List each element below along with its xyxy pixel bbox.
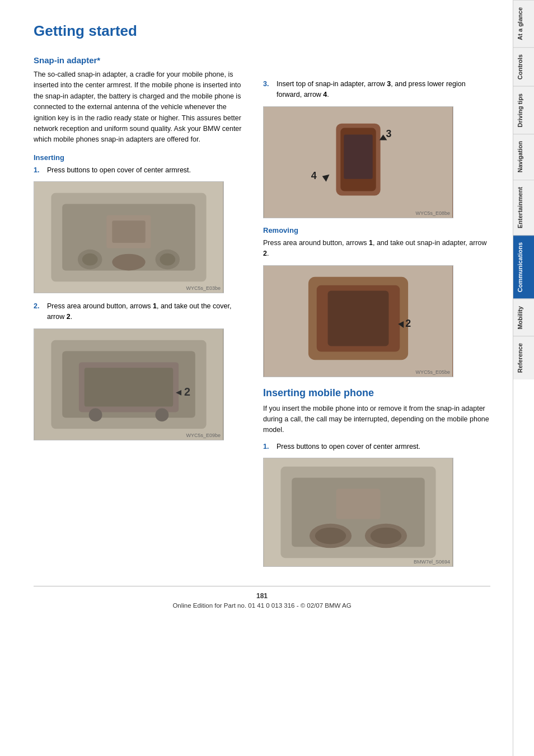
main-content: Getting started Snap-in adapter* The so-… bbox=[0, 0, 513, 756]
step2-text: Press area around button, arrows 1, and … bbox=[47, 301, 246, 323]
phone-insert-label: BMW7el_S0694 bbox=[414, 559, 450, 565]
page-title: Getting started bbox=[34, 22, 490, 40]
armrest-svg-1 bbox=[34, 182, 223, 293]
right-step3: 3. Insert top of snap-in adapter, arrow … bbox=[263, 79, 490, 101]
removing-graphic: 2 bbox=[264, 266, 453, 377]
snap-in-adapter-body: The so-called snap-in adapter, a cradle … bbox=[34, 69, 246, 145]
svg-point-6 bbox=[160, 253, 175, 266]
right-column: 3. Insert top of snap-in adapter, arrow … bbox=[263, 55, 490, 575]
car-interior-graphic-2: 2 bbox=[34, 329, 223, 440]
sidebar-tab-communications[interactable]: Communications bbox=[513, 235, 535, 299]
removing-text: Press area around button, arrows 1, and … bbox=[263, 238, 490, 260]
snap-image-label: WYC5s_E08be bbox=[415, 210, 450, 216]
phone-insert-svg bbox=[264, 458, 453, 566]
inserting-mobile-phone-heading: Inserting mobile phone bbox=[263, 387, 490, 399]
two-col-layout: Snap-in adapter* The so-called snap-in a… bbox=[34, 55, 490, 575]
left-column: Snap-in adapter* The so-called snap-in a… bbox=[34, 55, 246, 575]
sidebar-tab-at-a-glance[interactable]: At a glance bbox=[513, 0, 535, 47]
snap-adapter-image: 3 4 WYC5s_E08be bbox=[263, 106, 453, 218]
page-footer: 181 Online Edition for Part no. 01 41 0 … bbox=[34, 586, 490, 609]
svg-text:2: 2 bbox=[405, 317, 411, 328]
svg-point-16 bbox=[89, 408, 102, 421]
step1-num: 1. bbox=[34, 165, 43, 176]
sidebar-tab-controls[interactable]: Controls bbox=[513, 47, 535, 86]
inserting-mobile-body: If you insert the mobile phone into or r… bbox=[263, 403, 490, 436]
page-container: Getting started Snap-in adapter* The so-… bbox=[0, 0, 534, 756]
svg-text:4: 4 bbox=[311, 170, 317, 181]
svg-point-9 bbox=[112, 254, 145, 271]
svg-text:2: 2 bbox=[184, 386, 190, 398]
step3-text: Insert top of snap-in adapter, arrow 3, … bbox=[277, 79, 490, 101]
removing-heading: Removing bbox=[263, 226, 490, 234]
sidebar-tab-reference[interactable]: Reference bbox=[513, 336, 535, 379]
sidebar-tab-driving-tips[interactable]: Driving tips bbox=[513, 86, 535, 134]
image2-label: WYC5s_E09be bbox=[186, 433, 221, 438]
svg-point-4 bbox=[82, 253, 98, 266]
phone-insert-graphic bbox=[264, 458, 453, 566]
footer-text: Online Edition for Part no. 01 41 0 013 … bbox=[34, 602, 490, 609]
step1-text: Press buttons to open cover of center ar… bbox=[47, 165, 191, 176]
svg-point-35 bbox=[371, 528, 401, 544]
svg-point-33 bbox=[315, 528, 346, 544]
snap-in-adapter-heading: Snap-in adapter* bbox=[34, 55, 246, 65]
svg-rect-14 bbox=[85, 368, 173, 406]
step2-num: 2. bbox=[34, 301, 43, 323]
svg-rect-36 bbox=[336, 489, 380, 519]
inserting-image-1: WYC5s_E03be bbox=[34, 181, 224, 293]
armrest-svg-2: 2 bbox=[34, 329, 223, 440]
removing-svg: 2 bbox=[264, 266, 453, 377]
svg-rect-27 bbox=[328, 290, 389, 346]
sidebar-tab-mobility[interactable]: Mobility bbox=[513, 299, 535, 336]
inserting-image-2: 2 WYC5s_E09be bbox=[34, 328, 224, 440]
snap-adapter-graphic: 3 4 bbox=[264, 107, 453, 218]
inserting-step1: 1. Press buttons to open cover of center… bbox=[34, 165, 246, 176]
car-interior-graphic-1 bbox=[34, 182, 223, 293]
svg-point-17 bbox=[156, 408, 169, 421]
inserting-step2: 2. Press area around button, arrows 1, a… bbox=[34, 301, 246, 323]
image1-label: WYC5s_E03be bbox=[186, 285, 221, 291]
sidebar-tab-entertainment[interactable]: Entertainment bbox=[513, 180, 535, 235]
phone-step1-text: Press buttons to open cover of center ar… bbox=[277, 442, 420, 452]
removing-image-label: WYC5s_E05be bbox=[415, 369, 450, 375]
removing-image: 2 WYC5s_E05be bbox=[263, 265, 453, 377]
step3-num: 3. bbox=[263, 79, 272, 101]
sidebar-tab-navigation[interactable]: Navigation bbox=[513, 134, 535, 179]
phone-insert-step1: 1. Press buttons to open cover of center… bbox=[263, 442, 490, 452]
svg-rect-21 bbox=[344, 134, 372, 179]
phone-insert-image: BMW7el_S0694 bbox=[263, 458, 453, 567]
page-number: 181 bbox=[34, 592, 490, 600]
svg-text:3: 3 bbox=[386, 128, 392, 139]
svg-rect-8 bbox=[112, 220, 145, 243]
snap-adapter-svg: 3 4 bbox=[264, 107, 453, 218]
phone-step1-num: 1. bbox=[263, 442, 272, 452]
sidebar: At a glance Controls Driving tips Naviga… bbox=[513, 0, 534, 756]
inserting-subheading: Inserting bbox=[34, 153, 246, 162]
